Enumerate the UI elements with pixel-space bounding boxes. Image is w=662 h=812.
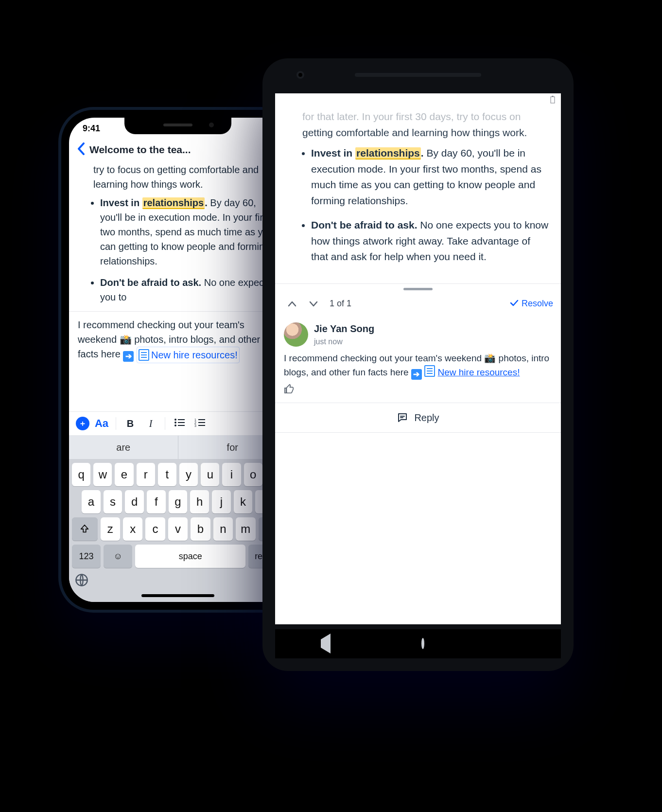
android-nav-bar	[275, 629, 561, 658]
emoji-key[interactable]: ☺	[104, 545, 132, 568]
android-document-body[interactable]: for that later. In your first 30 days, t…	[275, 106, 561, 283]
inline-doc-link[interactable]: New hire resources!	[137, 347, 240, 363]
letter-key[interactable]: c	[145, 517, 165, 541]
letter-key[interactable]: k	[234, 490, 253, 513]
svg-rect-3	[178, 422, 185, 423]
arrow-right-emoji-icon: ➔	[123, 351, 134, 362]
doc-paragraph: I recommend checking out your team's wee…	[78, 318, 278, 363]
doc-bullet: Don't be afraid to ask. No one expects y…	[311, 217, 549, 265]
letter-key[interactable]: w	[93, 463, 112, 486]
ios-page-header: Welcome to the tea...	[69, 139, 287, 160]
resolve-button[interactable]: Resolve	[510, 299, 553, 309]
comment-counter: 1 of 1	[330, 299, 351, 309]
letter-key[interactable]: t	[158, 463, 176, 486]
iphone-notch	[124, 118, 231, 134]
letter-key[interactable]: i	[222, 463, 241, 486]
arrow-right-emoji-icon: ➔	[411, 369, 422, 380]
numeric-key[interactable]: 123	[72, 545, 101, 568]
letter-key[interactable]: z	[101, 517, 120, 541]
page-title: Welcome to the tea...	[89, 144, 263, 156]
svg-rect-5	[178, 425, 185, 426]
letter-key[interactable]: h	[190, 490, 209, 513]
iphone-device-frame: 9:41 Welcome to the tea... try to focus …	[58, 107, 297, 613]
android-home-button[interactable]	[421, 639, 424, 648]
svg-rect-13	[551, 97, 555, 103]
home-indicator[interactable]	[141, 594, 214, 597]
android-back-button[interactable]	[321, 639, 331, 648]
svg-point-0	[174, 419, 176, 421]
android-status-bar	[275, 93, 561, 106]
comment-author: Jie Yan Song	[314, 321, 374, 336]
ios-keyboard[interactable]: are for qwertyuiop asdfghjkl zxcvbnm 123	[69, 436, 287, 602]
android-hardware-top	[262, 71, 574, 79]
reply-icon	[397, 412, 408, 424]
svg-rect-9	[198, 422, 205, 423]
prev-comment-button[interactable]	[283, 295, 301, 312]
svg-text:3: 3	[194, 424, 196, 427]
svg-point-2	[174, 422, 176, 424]
camera-emoji-icon: 📸	[484, 353, 496, 363]
doc-paragraph: try to focus on getting comfortable and …	[78, 162, 278, 192]
letter-key[interactable]: e	[115, 463, 133, 486]
bullet-list-button[interactable]	[171, 418, 188, 429]
space-key[interactable]: space	[135, 545, 245, 568]
highlighted-text: relationships	[355, 147, 421, 159]
italic-button[interactable]: I	[142, 418, 159, 429]
camera-emoji-icon: 📸	[120, 334, 132, 345]
ios-screen: 9:41 Welcome to the tea... try to focus …	[69, 118, 287, 602]
android-device-frame: for that later. In your first 30 days, t…	[262, 58, 574, 671]
ios-status-time: 9:41	[83, 124, 100, 134]
letter-key[interactable]: a	[82, 490, 101, 513]
reply-button[interactable]: Reply	[275, 403, 561, 433]
comment-bottom-sheet: 1 of 1 Resolve Jie Yan Song just now	[275, 283, 561, 433]
battery-icon	[550, 96, 555, 104]
comment-body: I recommend checking out your team's wee…	[284, 352, 552, 380]
shift-key[interactable]	[72, 517, 98, 541]
highlighted-text: relationships	[142, 197, 205, 209]
svg-point-4	[174, 424, 176, 426]
comment-item: Jie Yan Song just now I recommend checki…	[275, 316, 561, 403]
numbered-list-button[interactable]: 123	[192, 418, 208, 429]
letter-key[interactable]: g	[169, 490, 188, 513]
globe-icon[interactable]	[75, 573, 89, 588]
comment-link[interactable]: New hire resources!	[438, 367, 520, 377]
page-icon	[424, 365, 435, 377]
svg-rect-7	[198, 419, 205, 420]
text-style-button[interactable]: Aa	[93, 417, 110, 430]
letter-key[interactable]: f	[147, 490, 166, 513]
letter-key[interactable]: v	[168, 517, 188, 541]
android-screen: for that later. In your first 30 days, t…	[275, 93, 561, 624]
doc-bullet: Invest in relationships. By day 60, you'…	[100, 195, 278, 268]
ios-format-toolbar: ＋ Aa B I 123	[69, 411, 287, 436]
doc-paragraph: for that later. In your first 30 days, t…	[287, 109, 549, 141]
comment-timestamp: just now	[314, 336, 374, 348]
doc-bullet: Invest in relationships. By day 60, you'…	[311, 145, 549, 209]
next-comment-button[interactable]	[304, 295, 323, 312]
letter-key[interactable]: n	[213, 517, 233, 541]
back-chevron-icon[interactable]	[77, 142, 85, 158]
avatar	[284, 322, 308, 347]
doc-bullet: Don't be afraid to ask. No one expects y…	[100, 275, 278, 304]
letter-key[interactable]: r	[137, 463, 155, 486]
insert-plus-button[interactable]: ＋	[76, 417, 89, 430]
keyboard-prediction[interactable]: are	[69, 436, 178, 459]
letter-key[interactable]: d	[125, 490, 144, 513]
letter-key[interactable]: m	[236, 517, 255, 541]
letter-key[interactable]: y	[179, 463, 198, 486]
letter-key[interactable]: o	[244, 463, 262, 486]
letter-key[interactable]: b	[191, 517, 210, 541]
like-button[interactable]	[284, 383, 552, 399]
ios-document-body[interactable]: try to focus on getting comfortable and …	[69, 162, 287, 412]
bold-button[interactable]: B	[122, 418, 139, 429]
page-icon	[139, 349, 149, 361]
letter-key[interactable]: j	[212, 490, 231, 513]
letter-key[interactable]: q	[72, 463, 90, 486]
letter-key[interactable]: s	[104, 490, 122, 513]
svg-rect-1	[178, 419, 185, 420]
letter-key[interactable]: u	[201, 463, 219, 486]
svg-rect-14	[552, 96, 554, 97]
sheet-drag-handle[interactable]	[403, 288, 433, 290]
letter-key[interactable]: x	[123, 517, 142, 541]
check-icon	[510, 299, 519, 309]
svg-rect-11	[198, 425, 205, 426]
